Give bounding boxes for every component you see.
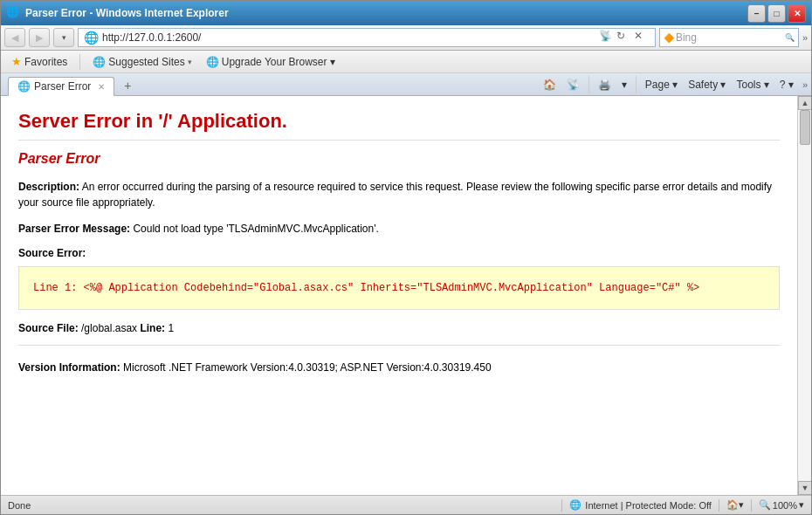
tab-close-icon[interactable]: ✕ xyxy=(98,82,105,92)
tab-icon: 🌐 xyxy=(17,80,31,93)
vertical-scrollbar[interactable]: ▲ ▼ xyxy=(797,96,811,495)
help-button[interactable]: ? ▾ xyxy=(774,74,799,95)
page-icon: 🌐 xyxy=(84,31,99,45)
status-bar: Done 🌐 Internet | Protected Mode: Off 🏠▾… xyxy=(1,495,811,514)
toolbar-sep2 xyxy=(636,76,637,93)
line-label: Line: xyxy=(140,322,165,334)
source-code-box: Line 1: <%@ Application Codebehind="Glob… xyxy=(18,266,780,310)
refresh-button[interactable]: ↻ xyxy=(616,30,632,45)
browser-icon: 🌐 xyxy=(6,6,20,20)
close-button[interactable]: ✕ xyxy=(788,4,806,23)
suggested-sites-label: Suggested Sites xyxy=(108,56,184,68)
rss-button[interactable]: 📡 xyxy=(599,30,615,45)
zoom-level: 100% xyxy=(773,500,797,511)
safety-label: Safety ▾ xyxy=(688,79,726,91)
search-placeholder: Bing xyxy=(676,31,783,44)
toolbar-sep1 xyxy=(588,76,589,93)
address-bar: 🌐 http://127.0.0.1:2600/ 📡 ↻ ✕ xyxy=(78,28,656,47)
source-file-path: /global.asax xyxy=(81,322,137,334)
scroll-track[interactable] xyxy=(798,110,811,481)
source-file-label: Source File: xyxy=(18,322,79,334)
title-bar: 🌐 Parser Error - Windows Internet Explor… xyxy=(1,1,811,25)
security-zone[interactable]: 🏠▾ xyxy=(726,499,744,511)
favorites-button[interactable]: ★ Favorites xyxy=(8,53,71,70)
security-icon: 🏠▾ xyxy=(726,499,744,511)
line-number: 1 xyxy=(168,322,174,334)
safety-button[interactable]: Safety ▾ xyxy=(683,74,731,95)
version-info: Version Information: Microsoft .NET Fram… xyxy=(18,358,780,374)
stop-button[interactable]: ✕ xyxy=(634,30,650,45)
parser-error-subtitle: Parser Error xyxy=(18,151,780,167)
maximize-button[interactable]: □ xyxy=(767,4,786,23)
zoom-icon: 🔍 xyxy=(759,499,771,511)
zone-text: Internet | Protected Mode: Off xyxy=(585,500,712,511)
tab-label: Parser Error xyxy=(34,80,91,93)
more-tools-button[interactable]: » xyxy=(802,32,808,43)
address-text: http://127.0.0.1:2600/ xyxy=(102,31,595,44)
toolbar-right: 🏠 📡 🖨️ ▾ Page ▾ Safety ▾ Tools ▾ ? ▾ » xyxy=(137,74,811,95)
page-button[interactable]: Page ▾ xyxy=(640,74,683,95)
content-wrapper: Server Error in '/' Application. Parser … xyxy=(1,96,811,495)
address-buttons: 📡 ↻ ✕ xyxy=(599,30,650,45)
zone-icon: 🌐 xyxy=(569,499,581,511)
suggested-sites-button[interactable]: 🌐 Suggested Sites ▾ xyxy=(89,54,195,70)
upgrade-browser-button[interactable]: 🌐 Upgrade Your Browser ▾ xyxy=(203,54,339,70)
forward-button[interactable]: ▶ xyxy=(29,28,50,47)
window-controls: – □ ✕ xyxy=(747,4,806,23)
search-dropdown-icon: 🔍 xyxy=(785,33,795,42)
description-text: An error occurred during the parsing of … xyxy=(18,181,772,209)
version-label: Version Information: xyxy=(18,361,120,374)
source-file-line: Source File: /global.asax Line: 1 xyxy=(18,322,780,346)
version-text: Microsoft .NET Framework Version:4.0.303… xyxy=(123,361,492,374)
ie-icon: 🌐 xyxy=(93,56,106,68)
rss-toolbar-button[interactable]: 📡 xyxy=(561,74,585,95)
parser-error-tab[interactable]: 🌐 Parser Error ✕ xyxy=(8,77,114,96)
more-toolbar-icon[interactable]: » xyxy=(802,79,808,90)
window-title: Parser Error - Windows Internet Explorer xyxy=(25,7,747,19)
tab-bar: 🌐 Parser Error ✕ + 🏠 📡 🖨️ ▾ Page ▾ Safet… xyxy=(1,73,811,96)
minimize-button[interactable]: – xyxy=(747,4,766,23)
upgrade-browser-label: Upgrade Your Browser ▾ xyxy=(222,56,335,68)
favorites-separator xyxy=(79,54,80,70)
status-zone: 🌐 Internet | Protected Mode: Off xyxy=(569,499,712,511)
page-label: Page ▾ xyxy=(645,79,678,91)
tools-label: Tools ▾ xyxy=(737,79,769,91)
home-button[interactable]: 🏠 xyxy=(538,74,561,95)
ie-upgrade-icon: 🌐 xyxy=(206,56,219,68)
bing-icon: 🔶 xyxy=(664,33,674,43)
parser-error-message: Parser Error Message: Could not load typ… xyxy=(18,223,780,235)
zoom-dropdown-icon: ▾ xyxy=(799,499,804,511)
search-bar[interactable]: 🔶 Bing 🔍 xyxy=(659,28,799,47)
scroll-thumb[interactable] xyxy=(800,110,810,145)
print-dropdown-icon[interactable]: ▾ xyxy=(616,74,632,95)
favorites-label: Favorites xyxy=(24,56,67,68)
scroll-up-button[interactable]: ▲ xyxy=(798,96,811,110)
help-label: ? ▾ xyxy=(780,79,794,91)
new-tab-button[interactable]: + xyxy=(118,76,137,95)
favorites-bar: ★ Favorites 🌐 Suggested Sites ▾ 🌐 Upgrad… xyxy=(1,51,811,73)
print-button[interactable]: 🖨️ xyxy=(593,74,616,95)
star-icon: ★ xyxy=(11,55,22,68)
browser-window: 🌐 Parser Error - Windows Internet Explor… xyxy=(0,0,812,515)
description-paragraph: Description: An error occurred during th… xyxy=(18,179,780,210)
zoom-control[interactable]: 🔍 100% ▾ xyxy=(759,499,804,511)
nav-bar: ◀ ▶ ▾ 🌐 http://127.0.0.1:2600/ 📡 ↻ ✕ 🔶 B… xyxy=(1,25,811,51)
scroll-down-button[interactable]: ▼ xyxy=(798,481,811,495)
status-sep3 xyxy=(751,499,752,512)
page-content: Server Error in '/' Application. Parser … xyxy=(1,96,797,495)
description-label: Description: xyxy=(18,181,79,193)
dropdown-button[interactable]: ▾ xyxy=(53,28,74,47)
tools-button[interactable]: Tools ▾ xyxy=(732,74,774,95)
parser-msg-label: Parser Error Message: xyxy=(18,223,130,235)
source-code-text: Line 1: <%@ Application Codebehind="Glob… xyxy=(33,282,699,294)
source-error-label: Source Error: xyxy=(18,247,780,259)
status-text: Done xyxy=(8,500,31,511)
parser-msg-text: Could not load type 'TLSAdminMVC.MvcAppl… xyxy=(133,223,378,235)
chevron-down-icon: ▾ xyxy=(188,58,192,66)
back-button[interactable]: ◀ xyxy=(4,28,25,47)
status-sep2 xyxy=(719,499,719,512)
status-sep1 xyxy=(561,499,562,512)
server-error-title: Server Error in '/' Application. xyxy=(18,110,780,141)
